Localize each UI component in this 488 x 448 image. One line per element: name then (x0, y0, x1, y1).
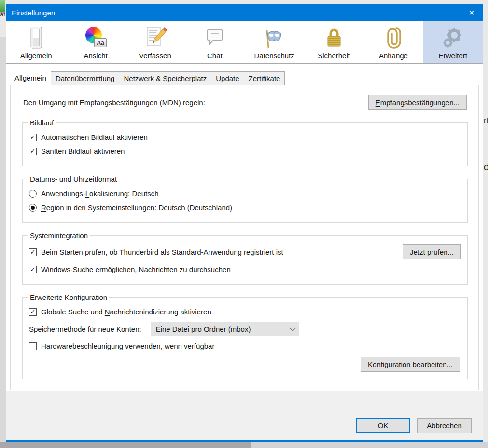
radio-row-region-system[interactable]: Region in den Systemeinstellungen: Deuts… (29, 204, 461, 212)
tab-allgemein[interactable]: Allgemein (10, 70, 51, 85)
chevron-down-icon (290, 325, 296, 331)
checkbox-checked[interactable]: ✓ (29, 248, 37, 256)
mdn-label: Den Umgang mit Empfangsbestätigungen (MD… (23, 98, 205, 107)
fieldset-erweiterte-konfiguration: Erweiterte Konfiguration ✓ Globale Suche… (22, 293, 468, 379)
checkbox-row-standard-anwendung[interactable]: ✓ Beim Starten prüfen, ob Thunderbird al… (29, 244, 461, 259)
checkbox-label: Sanften Bildlauf aktivieren (41, 147, 125, 155)
dropdown-selected-value: Eine Datei pro Ordner (mbox) (156, 325, 251, 333)
background-text-fragment: rt (484, 116, 488, 125)
checkbox-label: Beim Starten prüfen, ob Thunderbird als … (41, 248, 283, 256)
aa-label-icon: Aa (94, 38, 107, 47)
toolbar-item-label: Sicherheit (318, 52, 350, 60)
background-divider-fragment (484, 136, 488, 136)
checkbox-row-auto-bildlauf[interactable]: ✓ Automatischen Bildlauf aktivieren (29, 133, 461, 141)
toolbar-item-ansicht[interactable]: Aa Ansicht (66, 21, 125, 63)
window-title: Einstellungen (12, 9, 55, 17)
tab-netzwerk-speicherplatz[interactable]: Netzwerk & Speicherplatz (119, 71, 211, 85)
fieldset-legend: Datums- und Uhrzeitformat (28, 175, 119, 183)
checkbox-row-windows-suche[interactable]: ✓ Windows-Suche ermöglichen, Nachrichten… (29, 265, 461, 273)
konfiguration-bearbeiten-button[interactable]: Konfiguration bearbeiten... (361, 357, 460, 372)
toolbar-item-chat[interactable]: Chat (185, 21, 244, 63)
toolbar-item-verfassen[interactable]: Verfassen (125, 21, 185, 63)
compose-icon (143, 26, 167, 49)
chat-bubble-icon (203, 26, 226, 49)
tab-panel-allgemein: Den Umgang mit Empfangsbestätigungen (MD… (10, 85, 479, 390)
settings-dialog: Einstellungen × Allgemein Aa Ansicht (6, 4, 483, 442)
padlock-icon (322, 26, 346, 49)
toolbar-item-label: Ansicht (84, 52, 107, 60)
paperclip-icon (382, 26, 405, 49)
category-toolbar: Allgemein Aa Ansicht (6, 21, 483, 64)
toolbar-item-datenschutz[interactable]: Datenschutz (245, 21, 304, 63)
tab-update[interactable]: Update (211, 71, 244, 85)
toolbar-item-allgemein[interactable]: Allgemein (6, 21, 66, 63)
checkbox-row-hardwarebeschleunigung[interactable]: Hardwarebeschleunigung verwenden, wenn v… (29, 342, 461, 350)
toolbar-item-anhaenge[interactable]: Anhänge (363, 21, 423, 63)
toolbar-item-label: Verfassen (139, 52, 171, 60)
dialog-footer: OK Abbrechen (6, 391, 483, 440)
titlebar[interactable]: Einstellungen × (6, 4, 483, 21)
checkbox-label: Windows-Suche ermöglichen, Nachrichten z… (41, 265, 231, 273)
fieldset-legend: Erweiterte Konfiguration (28, 293, 109, 301)
abbrechen-button[interactable]: Abbrechen (417, 418, 472, 433)
checkbox-unchecked[interactable] (29, 342, 37, 350)
fieldset-systemintegration: Systemintegration ✓ Beim Starten prüfen,… (22, 231, 468, 285)
toolbar-item-label: Datenschutz (254, 52, 294, 60)
tab-zertifikate[interactable]: Zertifikate (244, 71, 285, 85)
background-text-fragment: at (0, 11, 5, 18)
jetzt-pruefen-button[interactable]: Jetzt prüfen... (403, 244, 461, 259)
radio-label: Region in den Systemeinstellungen: Deuts… (41, 204, 232, 212)
storage-method-label: Speichermethode für neue Konten: (29, 325, 141, 333)
toolbar-item-sicherheit[interactable]: Sicherheit (304, 21, 363, 63)
fieldset-legend: Bildlauf (28, 119, 56, 127)
checkbox-label: Automatischen Bildlauf aktivieren (41, 133, 148, 141)
gears-icon (441, 26, 464, 49)
toolbar-item-label: Chat (207, 52, 223, 60)
radio-selected[interactable] (29, 204, 37, 212)
storage-method-row: Speichermethode für neue Konten: Eine Da… (29, 322, 461, 336)
empfangsbestaetigungen-button[interactable]: Empfangsbestätigungen... (368, 95, 467, 110)
fieldset-datum-uhrzeit: Datums- und Uhrzeitformat Anwendungs-Lok… (22, 175, 468, 223)
checkbox-label: Hardwarebeschleunigung verwenden, wenn v… (41, 342, 214, 350)
background-left-strip (0, 37, 6, 448)
radio-unselected[interactable] (29, 190, 37, 198)
tab-content-area: Allgemein Datenübermittlung Netzwerk & S… (6, 64, 483, 391)
fieldset-legend: Systemintegration (28, 231, 90, 240)
mask-icon (263, 26, 286, 49)
checkbox-label: Globale Suche und Nachrichtenindizierung… (41, 308, 211, 316)
storage-method-dropdown[interactable]: Eine Datei pro Ordner (mbox) (151, 322, 299, 336)
tab-datenuebermittlung[interactable]: Datenübermittlung (51, 71, 120, 85)
toolbar-item-label: Anhänge (379, 52, 408, 60)
background-text-fragment: d (484, 162, 488, 173)
checkbox-checked[interactable]: ✓ (29, 308, 37, 316)
close-icon[interactable]: × (460, 4, 483, 21)
ok-button[interactable]: OK (356, 418, 410, 433)
toolbar-item-erweitert[interactable]: Erweitert (423, 21, 483, 63)
fieldset-bildlauf: Bildlauf ✓ Automatischen Bildlauf aktivi… (22, 119, 468, 166)
checkbox-checked[interactable]: ✓ (29, 148, 37, 155)
color-wheel-icon: Aa (84, 26, 107, 49)
background-bottom-strip (0, 442, 251, 448)
toolbar-item-label: Erweitert (439, 52, 467, 60)
checkbox-row-globale-suche[interactable]: ✓ Globale Suche und Nachrichtenindizieru… (29, 308, 461, 316)
tab-strip: Allgemein Datenübermittlung Netzwerk & S… (10, 64, 479, 85)
radio-row-anwendungs-lokalisierung[interactable]: Anwendungs-Lokalisierung: Deutsch (29, 190, 461, 198)
background-bottom-strip (251, 442, 488, 448)
switch-icon (25, 26, 48, 49)
checkbox-row-sanfter-bildlauf[interactable]: ✓ Sanften Bildlauf aktivieren (29, 147, 461, 155)
checkbox-checked[interactable]: ✓ (29, 134, 37, 141)
toolbar-item-label: Allgemein (20, 52, 52, 60)
checkbox-checked[interactable]: ✓ (29, 266, 37, 273)
radio-label: Anwendungs-Lokalisierung: Deutsch (41, 190, 159, 198)
